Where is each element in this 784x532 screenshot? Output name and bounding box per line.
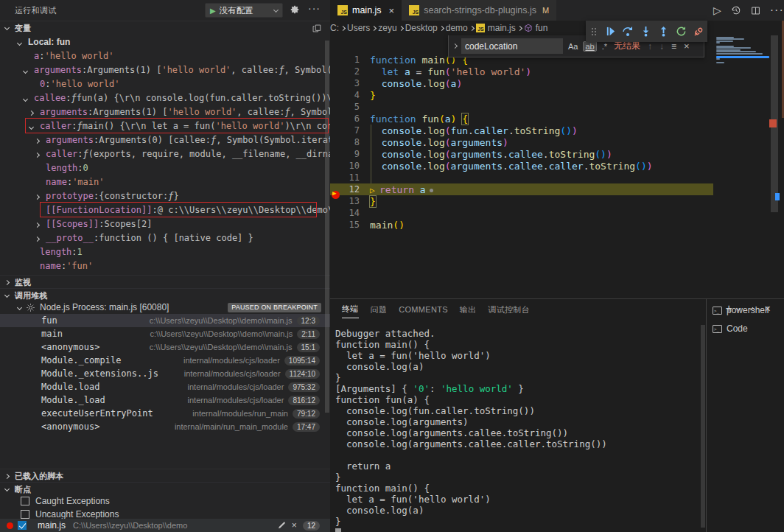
- panel-tab-调试控制台[interactable]: 调试控制台: [488, 304, 530, 318]
- disconnect-button[interactable]: [690, 24, 707, 40]
- panel-tab-终端[interactable]: 终端: [342, 304, 359, 318]
- stack-frame[interactable]: Module._extensions..jsinternal/modules/c…: [0, 367, 330, 380]
- panel-tab-COMMENTS[interactable]: COMMENTS: [399, 305, 448, 317]
- step-out-button[interactable]: [655, 24, 671, 40]
- tab-search-strings[interactable]: JS search-strings-db-plugins.js M: [402, 0, 556, 21]
- more-actions-icon[interactable]: ···: [770, 4, 784, 17]
- variable-row[interactable]: Local: fun: [0, 35, 330, 49]
- continue-button[interactable]: [602, 24, 618, 40]
- chevron-down-icon[interactable]: [23, 68, 28, 73]
- chevron-right-icon[interactable]: [35, 236, 40, 241]
- start-debug-icon[interactable]: ▶: [210, 7, 216, 15]
- variable-row[interactable]: arguments: Arguments(1) ['hello world', …: [0, 105, 330, 119]
- variable-row[interactable]: 0: 'hello world': [0, 77, 330, 91]
- panel-tab-问题[interactable]: 问题: [371, 304, 388, 318]
- stack-frame[interactable]: Module._compileinternal/modules/cjs/load…: [0, 354, 330, 367]
- breadcrumb-item[interactable]: demo: [446, 23, 468, 33]
- code-line[interactable]: 15main(): [330, 219, 784, 231]
- section-loaded-scripts[interactable]: 已载入的脚本: [0, 469, 330, 483]
- variable-row[interactable]: length: 0: [0, 161, 330, 175]
- section-watch[interactable]: 监视: [0, 275, 330, 289]
- chevron-right-icon[interactable]: [35, 222, 40, 227]
- tab-mainjs[interactable]: JS main.js ×: [330, 0, 402, 21]
- sidebar-scrollbar[interactable]: [325, 41, 329, 413]
- code-line[interactable]: 7 console.log(fun.caller.toString()): [330, 125, 784, 136]
- variable-row[interactable]: caller: ƒ main() {\r\n let a = fun('hell…: [0, 119, 330, 133]
- chevron-down-icon[interactable]: [23, 96, 28, 101]
- breakpoint-mainjs-row[interactable]: main.js C:\\Users\\zeyu\\Desktop\\demo ×…: [0, 519, 330, 532]
- chevron-right-icon[interactable]: [35, 152, 40, 157]
- close-icon[interactable]: ×: [292, 520, 297, 531]
- terminal-instance-powershell[interactable]: >_powershell: [707, 303, 784, 318]
- debug-config-dropdown[interactable]: ▶ 没有配置: [205, 3, 283, 18]
- variable-row[interactable]: arguments: Arguments(1) ['hello world', …: [0, 63, 330, 77]
- variable-row[interactable]: callee: ƒ fun(a) {\r\n console.log(fun.c…: [0, 91, 330, 105]
- variable-row[interactable]: prototype: {constructor: ƒ}: [0, 189, 330, 203]
- code-line[interactable]: 12return a: [330, 183, 784, 195]
- variable-row[interactable]: [[FunctionLocation]]: @ c:\\Users\\zeyu\…: [0, 203, 330, 217]
- stack-frame[interactable]: <anonymous>c:\\Users\\zeyu\\Desktop\\dem…: [0, 340, 330, 354]
- match-case-toggle[interactable]: Aa: [568, 42, 578, 51]
- breadcrumb-file[interactable]: main.js: [488, 23, 516, 33]
- regex-toggle[interactable]: .*: [602, 42, 607, 51]
- edit-pencil-icon[interactable]: [277, 521, 286, 530]
- minimap[interactable]: [716, 37, 769, 100]
- stack-frame[interactable]: func:\\Users\\zeyu\\Desktop\\demo\\main.…: [0, 314, 330, 327]
- breadcrumb-item[interactable]: Users: [347, 23, 370, 33]
- whole-word-toggle[interactable]: ab: [583, 41, 596, 52]
- find-expand-icon[interactable]: [452, 43, 458, 49]
- find-previous-icon[interactable]: ↑: [648, 41, 652, 52]
- code-line[interactable]: 10 console.log(arguments.callee.caller.t…: [330, 160, 784, 172]
- run-icon[interactable]: ▷: [713, 4, 721, 16]
- panel-tab-输出[interactable]: 输出: [460, 304, 477, 318]
- more-actions-icon[interactable]: ···: [308, 2, 321, 14]
- terminal-output[interactable]: Debugger attached.function main() { let …: [335, 328, 704, 532]
- chevron-right-icon[interactable]: [35, 138, 40, 143]
- code-line[interactable]: 9 console.log(arguments.callee.toString(…: [330, 148, 784, 160]
- breakpoint-caught-exceptions[interactable]: Caught Exceptions: [0, 494, 330, 508]
- variable-row[interactable]: length: 1: [0, 245, 330, 259]
- breakpoint-paused-icon[interactable]: [332, 191, 340, 199]
- find-in-selection-icon[interactable]: ≡: [671, 41, 676, 52]
- chevron-down-icon[interactable]: [17, 40, 22, 45]
- variable-row[interactable]: caller: ƒ (exports, require, module, __f…: [0, 147, 330, 161]
- code-line[interactable]: 6function fun(a) {: [330, 113, 784, 125]
- variable-row[interactable]: arguments: Arguments(0) [callee: ƒ, Symb…: [0, 133, 330, 147]
- step-into-button[interactable]: [637, 24, 654, 40]
- checkbox-unchecked[interactable]: [21, 510, 29, 519]
- variable-row[interactable]: a: 'hello world': [0, 49, 330, 63]
- breadcrumb-item[interactable]: Desktop: [405, 23, 438, 33]
- history-icon[interactable]: [731, 5, 741, 15]
- checkbox-checked[interactable]: [18, 521, 27, 530]
- step-over-button[interactable]: [620, 24, 636, 40]
- close-icon[interactable]: ×: [389, 5, 395, 16]
- section-variables[interactable]: 变量: [0, 21, 330, 35]
- code-line[interactable]: 8 console.log(arguments): [330, 136, 784, 148]
- variable-row[interactable]: name: 'fun': [0, 259, 330, 273]
- chevron-down-icon[interactable]: [29, 124, 34, 129]
- breadcrumb[interactable]: C:UserszeyuDesktopdemoJSmain.jsfun: [330, 21, 784, 35]
- stack-frame[interactable]: executeUserEntryPointinternal/modules/ru…: [0, 407, 330, 420]
- code-line[interactable]: 5: [330, 101, 784, 113]
- chevron-right-icon[interactable]: [29, 110, 34, 115]
- variable-row[interactable]: [[Scopes]]: Scopes[2]: [0, 217, 330, 231]
- gear-icon[interactable]: [290, 4, 300, 15]
- close-icon[interactable]: ×: [684, 41, 690, 52]
- terminal-instance-Code[interactable]: >_Code: [707, 321, 784, 336]
- breadcrumb-item[interactable]: C:: [330, 23, 339, 33]
- chevron-down-icon[interactable]: [273, 7, 279, 12]
- breadcrumb-symbol[interactable]: fun: [536, 23, 548, 33]
- code-line[interactable]: 11: [330, 172, 784, 183]
- restart-button[interactable]: [673, 24, 689, 40]
- checkbox-unchecked[interactable]: [21, 497, 29, 505]
- terminal-scrollbar[interactable]: [701, 325, 705, 528]
- variable-row[interactable]: __proto__: function () { [native code] }: [0, 231, 330, 245]
- find-input[interactable]: [461, 38, 563, 54]
- stack-frame[interactable]: Module.loadinternal/modules/cjs/loader97…: [0, 380, 330, 393]
- stack-frame[interactable]: <anonymous>internal/main/run_main_module…: [0, 420, 330, 433]
- code-line[interactable]: 14: [330, 207, 784, 219]
- stack-frame[interactable]: mainc:\\Users\\zeyu\\Desktop\\demo\\main…: [0, 327, 330, 340]
- breadcrumb-item[interactable]: zeyu: [378, 23, 396, 33]
- find-next-icon[interactable]: ↓: [659, 41, 664, 52]
- copy-icon[interactable]: [312, 24, 321, 33]
